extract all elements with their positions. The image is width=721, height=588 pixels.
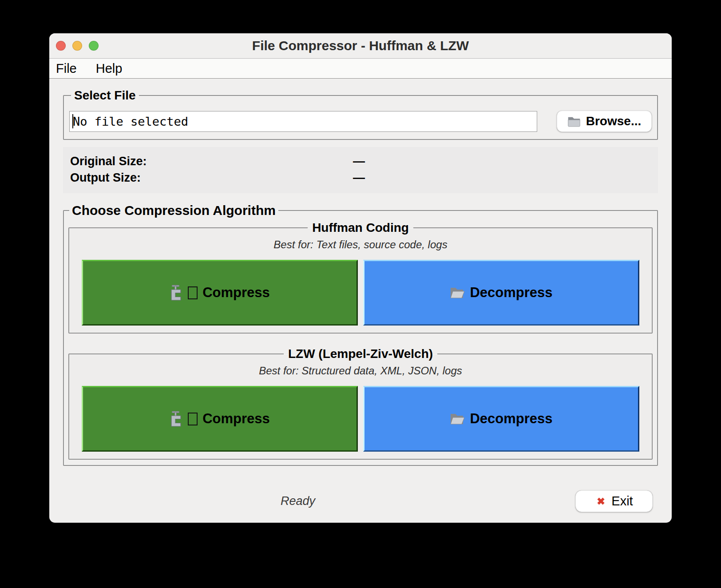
- original-size-label: Original Size:: [70, 153, 353, 170]
- lzw-decompress-button[interactable]: Decompress: [363, 386, 639, 452]
- exit-button[interactable]: Exit: [575, 490, 653, 512]
- output-size-row: Output Size: —: [63, 170, 658, 186]
- main-content: Select File No file selected Browse...: [49, 88, 672, 523]
- huffman-compress-button[interactable]: Compress: [82, 260, 358, 326]
- menu-file[interactable]: File: [55, 61, 78, 76]
- lzw-compress-label: Compress: [202, 411, 270, 427]
- size-info-panel: Original Size: — Output Size: —: [63, 147, 658, 193]
- browse-button[interactable]: Browse...: [557, 111, 652, 132]
- title-bar: File Compressor - Huffman & LZW: [49, 33, 672, 59]
- app-window: File Compressor - Huffman & LZW File Hel…: [49, 33, 672, 523]
- zoom-window-button[interactable]: [89, 41, 99, 51]
- huffman-decompress-button[interactable]: Decompress: [363, 260, 639, 326]
- select-file-legend: Select File: [71, 88, 139, 103]
- lzw-decompress-label: Decompress: [470, 411, 552, 427]
- huffman-button-row: Compress Decompress: [82, 260, 639, 326]
- missing-glyph-box: [188, 413, 198, 425]
- huffman-legend: Huffman Coding: [308, 221, 413, 235]
- algorithm-frame-legend: Choose Compression Algorithm: [69, 203, 278, 218]
- menu-help[interactable]: Help: [95, 61, 123, 76]
- lzw-section: LZW (Lempel-Ziv-Welch) Best for: Structu…: [68, 347, 653, 460]
- menu-bar: File Help: [49, 59, 672, 79]
- huffman-compress-label: Compress: [202, 285, 270, 301]
- file-row: No file selected Browse...: [69, 111, 652, 132]
- close-window-button[interactable]: [56, 41, 66, 51]
- huffman-subtitle: Best for: Text files, source code, logs: [82, 238, 639, 251]
- minimize-window-button[interactable]: [72, 41, 82, 51]
- status-text: Ready: [281, 494, 315, 508]
- file-path-input[interactable]: No file selected: [69, 111, 537, 132]
- browse-button-label: Browse...: [586, 114, 641, 128]
- huffman-decompress-label: Decompress: [470, 285, 552, 301]
- file-path-value: No file selected: [73, 115, 188, 128]
- red-x-icon: [595, 495, 607, 507]
- open-folder-icon: [450, 286, 465, 299]
- open-folder-icon: [450, 413, 465, 425]
- select-file-frame: Select File No file selected Browse...: [63, 88, 658, 140]
- lzw-legend: LZW (Lempel-Ziv-Welch): [284, 347, 437, 361]
- status-row: Ready Exit: [63, 484, 658, 523]
- original-size-row: Original Size: —: [63, 153, 658, 170]
- clamp-icon: [170, 411, 183, 427]
- algorithm-frame: Choose Compression Algorithm Huffman Cod…: [63, 203, 658, 466]
- exit-button-label: Exit: [611, 494, 633, 509]
- lzw-compress-button[interactable]: Compress: [82, 386, 358, 452]
- window-title: File Compressor - Huffman & LZW: [252, 38, 469, 53]
- output-size-label: Output Size:: [70, 170, 353, 186]
- missing-glyph-box: [188, 286, 198, 299]
- lzw-button-row: Compress Decompress: [82, 386, 639, 452]
- output-size-value: —: [353, 170, 365, 186]
- huffman-section: Huffman Coding Best for: Text files, sou…: [68, 221, 653, 334]
- folder-icon: [567, 116, 581, 127]
- lzw-subtitle: Best for: Structured data, XML, JSON, lo…: [82, 365, 639, 377]
- traffic-lights: [56, 33, 99, 58]
- original-size-value: —: [353, 153, 365, 170]
- clamp-icon: [170, 285, 183, 301]
